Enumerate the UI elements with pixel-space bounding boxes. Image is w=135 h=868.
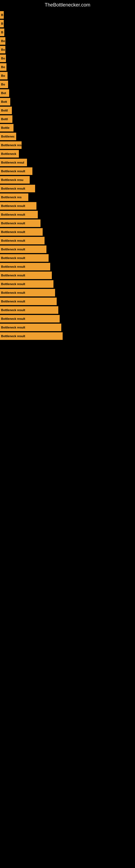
bar-row: Bo (0, 72, 135, 80)
bar-32: Bottleneck result (0, 280, 53, 288)
bar-label-31: Bottleneck result (1, 274, 25, 277)
bar-label-30: Bottleneck result (1, 265, 25, 268)
bar-label-9: Bo (1, 83, 5, 86)
bar-31: Bottleneck result (0, 272, 52, 279)
bar-label-32: Bottleneck result (1, 282, 25, 286)
bar-label-5: Bo (1, 48, 5, 51)
bar-label-20: Bottleneck resu (1, 178, 24, 182)
bar-row: Bo (0, 37, 135, 45)
bar-14: Bottle (0, 124, 13, 131)
bar-row: Bottleneck result (0, 272, 135, 279)
bar-18: Bottleneck resul (0, 159, 27, 166)
bar-23: Bottleneck result (0, 202, 37, 210)
bar-label-11: Bott (1, 100, 7, 103)
bar-row: B (0, 20, 135, 27)
bar-label-26: Bottleneck result (1, 230, 25, 234)
bar-row: Bottleneck result (0, 280, 135, 288)
bar-row: Bottleneck resu (0, 176, 135, 184)
bar-row: Bottleneck result (0, 332, 135, 340)
bar-row: Bottleneck resul (0, 159, 135, 166)
bar-label-25: Bottleneck result (1, 222, 25, 225)
bar-label-27: Bottleneck result (1, 239, 25, 242)
bar-13: Bottl (0, 115, 12, 123)
bar-25: Bottleneck result (0, 219, 41, 227)
bar-38: Bottleneck result (0, 332, 63, 340)
bar-label-24: Bottleneck result (1, 213, 25, 216)
bar-label-14: Bottle (1, 126, 9, 129)
bar-19: Bottleneck result (0, 167, 32, 175)
bar-label-37: Bottleneck result (1, 326, 25, 329)
bar-row: Bottle (0, 124, 135, 131)
bar-28: Bottleneck result (0, 246, 46, 253)
bar-row: Bo (0, 46, 135, 54)
bar-label-4: Bo (1, 39, 5, 42)
bar-36: Bottleneck result (0, 315, 60, 322)
bar-10: Bot (0, 89, 9, 97)
bar-row: Bottleneck result (0, 237, 135, 244)
bar-34: Bottleneck result (0, 298, 57, 305)
bar-row: B (0, 29, 135, 36)
bar-label-12: Bottl (1, 109, 8, 112)
bar-row: Bottleneck res (0, 141, 135, 149)
site-title: TheBottlenecker.com (0, 0, 135, 11)
bar-9: Bo (0, 81, 8, 88)
bar-row: Bo (0, 81, 135, 88)
bar-22: Bottleneck res (0, 193, 28, 201)
bar-8: Bo (0, 72, 8, 80)
bar-20: Bottleneck resu (0, 176, 30, 184)
bar-3: B (0, 29, 4, 36)
bar-label-34: Bottleneck result (1, 300, 25, 303)
bar-35: Bottleneck result (0, 306, 58, 314)
bar-row: Bottleneck result (0, 219, 135, 227)
bar-5: Bo (0, 46, 5, 54)
bar-row: Bo (0, 55, 135, 62)
bar-row: Bottlenec (0, 133, 135, 140)
bar-label-19: Bottleneck result (1, 169, 25, 173)
bar-label-21: Bottleneck result (1, 187, 25, 190)
bar-row: Bottleneck result (0, 202, 135, 210)
bar-label-8: Bo (1, 74, 5, 77)
bar-label-15: Bottlenec (1, 135, 14, 138)
bars-container: BBBBoBoBoBoBoBoBotBottBottlBottlBottleBo… (0, 11, 135, 346)
bar-label-28: Bottleneck result (1, 248, 25, 251)
bar-15: Bottlenec (0, 133, 16, 140)
bar-label-2: B (1, 22, 3, 25)
bar-row: Bottleneck result (0, 263, 135, 271)
bar-2: B (0, 20, 4, 27)
bar-label-36: Bottleneck result (1, 317, 25, 320)
bar-4: Bo (0, 37, 5, 45)
bar-row: Bottleneck result (0, 228, 135, 236)
bar-row: Bottleneck result (0, 289, 135, 297)
bar-row: Bottleneck result (0, 185, 135, 192)
bar-11: Bott (0, 98, 10, 105)
bar-33: Bottleneck result (0, 289, 55, 297)
bar-label-22: Bottleneck res (1, 195, 21, 199)
bar-21: Bottleneck result (0, 185, 35, 192)
bar-label-7: Bo (1, 65, 5, 69)
bar-label-23: Bottleneck result (1, 204, 25, 208)
bar-label-13: Bottl (1, 118, 8, 121)
bar-row: Bott (0, 98, 135, 105)
bar-row: Bottleneck result (0, 211, 135, 218)
bar-row: Bottleneck result (0, 246, 135, 253)
bar-row: Bottl (0, 106, 135, 114)
bar-label-29: Bottleneck result (1, 256, 25, 259)
bar-30: Bottleneck result (0, 263, 50, 271)
bar-row: Bottleneck result (0, 323, 135, 331)
bar-label-1: B (1, 13, 3, 17)
bar-label-18: Bottleneck resul (1, 161, 24, 164)
bar-label-33: Bottleneck result (1, 291, 25, 294)
bar-row: Bottleneck result (0, 254, 135, 262)
bar-label-10: Bot (1, 91, 6, 95)
bar-row: Bottleneck (0, 150, 135, 158)
bar-label-16: Bottleneck res (1, 144, 21, 147)
bar-row: Bottleneck res (0, 193, 135, 201)
bar-row: Bottleneck result (0, 167, 135, 175)
bar-label-38: Bottleneck result (1, 335, 25, 338)
bar-row: Bottl (0, 115, 135, 123)
bar-row: Bottleneck result (0, 298, 135, 305)
bar-1: B (0, 11, 4, 19)
bar-12: Bottl (0, 106, 12, 114)
bar-29: Bottleneck result (0, 254, 49, 262)
bar-27: Bottleneck result (0, 237, 45, 244)
